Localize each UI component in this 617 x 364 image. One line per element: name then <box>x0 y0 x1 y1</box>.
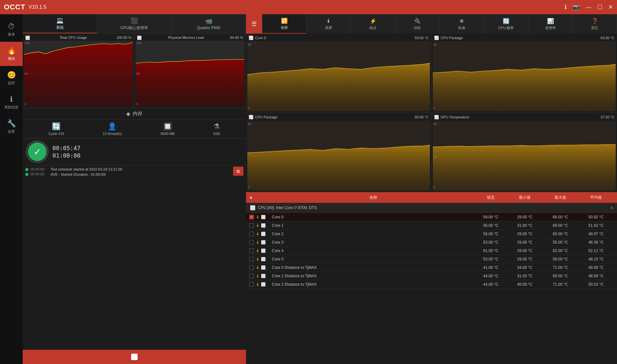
row-check-3[interactable] <box>249 240 256 245</box>
checkbox-8[interactable] <box>249 282 254 287</box>
checkbox-2[interactable] <box>249 232 254 236</box>
close-button[interactable]: ✕ <box>608 4 613 11</box>
row-state-7: 44.00 °C <box>475 274 507 278</box>
memory-load-label: Physical Memory Load <box>168 36 204 40</box>
mem-y-100: 100 <box>136 41 141 45</box>
total-timer: 01:00:00 <box>52 152 81 159</box>
core0-chart-body: 50 0 <box>247 41 430 111</box>
row-check-8[interactable] <box>249 282 256 287</box>
tab-power[interactable]: 🔌 功耗 <box>395 14 440 34</box>
row-min-3: 29.00 °C <box>507 240 543 245</box>
cycle-label: Cycle #19 <box>48 132 64 136</box>
row-max-1: 69.00 °C <box>543 223 578 228</box>
right-panel: ☰ 🔁 全部 🌡 温度 ⚡ 电压 🔌 功耗 ❄ 风扇 🔄 <box>246 14 617 364</box>
tab-other[interactable]: ❓ 其它 <box>573 14 617 34</box>
table-rows: ✓ 🌡 ⬜ Core 0 59.00 °C 29.00 °C 66.00 °C … <box>246 213 617 289</box>
maximize-button[interactable]: ☐ <box>597 4 602 11</box>
cpu-usage-chart: ⬜ Total CPU Usage 100.00 % 100 50 0 <box>23 34 134 108</box>
row-min-4: 29.00 °C <box>507 248 543 253</box>
table-row-2: 🌡 ⬜ Core 2 56.00 °C 29.00 °C 60.00 °C 49… <box>246 230 617 238</box>
cpu-y-0: 0 <box>25 103 26 106</box>
threads-label: 12 thread(s) <box>103 132 122 136</box>
tab-fan[interactable]: ❄ 风扇 <box>440 14 484 34</box>
row-avg-3: 48.36 °C <box>578 240 614 245</box>
tab-temperature[interactable]: 🌡 温度 <box>307 14 351 34</box>
sidebar-item-benchmark[interactable]: ⏱ 基准 <box>0 17 23 42</box>
row-name-8: Core 2 Distance to TjMAX <box>272 282 475 287</box>
tab-cpu-cores[interactable]: ⬛ CPU核心使用率 <box>97 14 172 33</box>
row-avg-6: 49.08 °C <box>578 265 614 270</box>
timers: 00:05:47 01:00:00 <box>52 145 81 159</box>
memory-size-info: 🔲 9600 MB <box>161 122 175 136</box>
screenshot-button[interactable]: 📷 <box>573 4 580 11</box>
center-panel: 💻 系统 ⬛ CPU核心使用率 📹 Quadro P600 ⬜ Total CP… <box>23 14 246 364</box>
cycle-icon: 🔄 <box>52 122 61 131</box>
timer-icon: ⏱ <box>8 22 15 31</box>
cpu-group-collapse[interactable]: ∧ <box>610 205 613 210</box>
sidebar: ⏱ 基准 🔥 测试 😊 监控 ℹ 系统信息 🔧 设置 <box>0 14 23 364</box>
row-check-6[interactable] <box>249 265 256 270</box>
checkbox-0[interactable]: ✓ <box>249 215 254 219</box>
sidebar-item-settings[interactable]: 🔧 设置 <box>0 115 23 139</box>
row-check-0[interactable]: ✓ <box>249 215 256 219</box>
core0-y-bot: 0 <box>248 106 250 110</box>
row-min-5: 29.00 °C <box>507 257 543 261</box>
hamburger-menu-button[interactable]: ☰ <box>246 14 262 34</box>
tab-voltage[interactable]: ⚡ 电压 <box>351 14 395 34</box>
minimize-button[interactable]: — <box>586 4 591 11</box>
tab-usage[interactable]: 📊 使用率 <box>528 14 573 34</box>
titlebar-controls: ℹ 📷 — ☐ ✕ <box>565 4 613 11</box>
tab-cpu-freq[interactable]: 🔄 CPU 频率 <box>484 14 528 34</box>
row-check-2[interactable] <box>249 232 256 236</box>
threads-icon: 👤 <box>108 122 117 131</box>
sidebar-label-sysinfo: 系统信息 <box>4 105 18 110</box>
other-icon: ❓ <box>591 18 598 25</box>
chart-core0: 📈 Core 0 59.00 °C 50 0 <box>246 34 432 113</box>
row-check-7[interactable] <box>249 274 256 278</box>
titlebar-left: OCCT V10.1.5 <box>4 3 46 11</box>
main-layout: ⏱ 基准 🔥 测试 😊 监控 ℹ 系统信息 🔧 设置 💻 系统 <box>0 14 617 364</box>
mem-y-0: 0 <box>136 103 138 106</box>
row-state-0: 59.00 °C <box>475 215 507 219</box>
sidebar-label-test: 测试 <box>8 56 15 61</box>
log-text-1: 内存 - Started (Duration : 01:00:00) <box>50 172 106 177</box>
box-icon-4: ⬜ <box>261 248 266 253</box>
cpu-package-bot-body: 50 0 <box>247 121 430 191</box>
grid-icon: ⬛ <box>131 17 138 24</box>
row-check-4[interactable] <box>249 248 256 253</box>
temp-icon-2: 🌡 <box>256 231 260 236</box>
cpu-package-top-body: 50 0 <box>433 41 616 111</box>
checkbox-7[interactable] <box>249 274 254 278</box>
row-check-1[interactable] <box>249 223 256 228</box>
checkbox-6[interactable] <box>249 265 254 270</box>
sidebar-label-benchmark: 基准 <box>8 32 15 37</box>
svg-marker-2 <box>136 60 244 106</box>
status-circle: ✓ <box>26 140 49 163</box>
info-button[interactable]: ℹ <box>565 4 567 11</box>
row-check-5[interactable] <box>249 257 256 261</box>
info-icons-row: 🔄 Cycle #19 👤 12 thread(s) 🔲 9600 MB ⚗ S… <box>23 120 246 138</box>
sidebar-label-monitor: 监控 <box>8 81 15 85</box>
cpu-pkg-bot-icon: 📈 <box>249 115 253 119</box>
tab-system[interactable]: 💻 系统 <box>23 14 97 33</box>
sidebar-item-monitor[interactable]: 😊 监控 <box>0 66 23 90</box>
tab-gpu[interactable]: 📹 Quadro P600 <box>172 14 246 33</box>
checkbox-5[interactable] <box>249 257 254 261</box>
sidebar-item-test[interactable]: 🔥 测试 <box>0 42 23 66</box>
stop-button[interactable] <box>23 350 246 364</box>
row-avg-5: 48.15 °C <box>578 257 614 261</box>
temp-icon-6: 🌡 <box>256 265 260 270</box>
core0-svg <box>247 41 430 111</box>
computer-icon: 💻 <box>56 17 63 24</box>
chart-cpu-package-top-header: 📈 CPU Package 63.00 °C <box>433 35 616 41</box>
tab-all[interactable]: 🔁 全部 <box>262 14 307 34</box>
sidebar-item-sysinfo[interactable]: ℹ 系统信息 <box>0 90 23 115</box>
table-row-5: 🌡 ⬜ Core 5 53.00 °C 29.00 °C 58.00 °C 48… <box>246 255 617 263</box>
copy-log-button[interactable]: ⧉ <box>233 167 243 176</box>
row-min-7: 31.00 °C <box>507 274 543 278</box>
cpu-usage-body: 100 50 0 <box>24 41 133 106</box>
box-icon-7: ⬜ <box>261 274 266 278</box>
checkbox-1[interactable] <box>249 223 254 228</box>
checkbox-4[interactable] <box>249 248 254 253</box>
checkbox-3[interactable] <box>249 240 254 245</box>
